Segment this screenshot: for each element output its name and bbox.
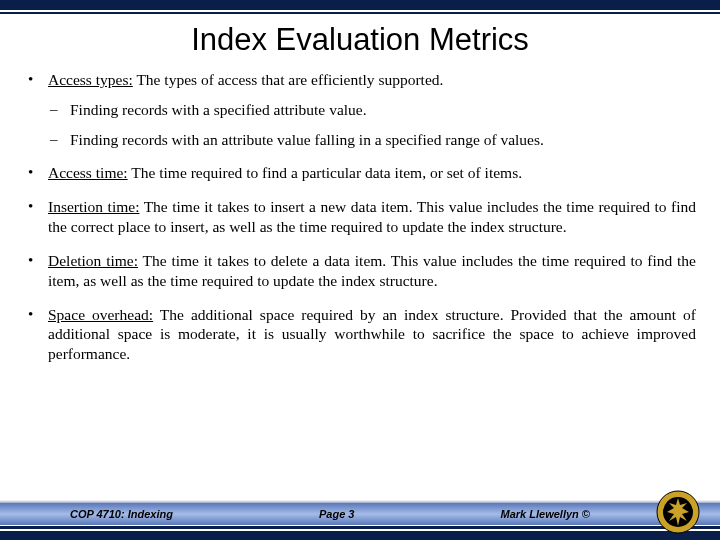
bullet-label: Space overhead: (48, 306, 153, 323)
top-stripe (0, 0, 720, 10)
bullet-space-overhead: Space overhead: The additional space req… (24, 305, 696, 364)
bullet-deletion-time: Deletion time: The time it takes to dele… (24, 251, 696, 291)
bottom-stripe (0, 531, 720, 540)
top-accent-line (0, 12, 720, 14)
bullet-text: The time it takes to delete a data item.… (48, 252, 696, 289)
bullet-text: The types of access that are efficiently… (133, 71, 444, 88)
bullet-label: Access types: (48, 71, 133, 88)
footer-course: COP 4710: Indexing (70, 508, 173, 520)
bullet-access-time: Access time: The time required to find a… (24, 163, 696, 183)
footer-bar: COP 4710: Indexing Page 3 Mark Llewellyn… (0, 503, 720, 525)
footer-author: Mark Llewellyn © (501, 508, 590, 520)
bullet-label: Insertion time: (48, 198, 139, 215)
bullet-label: Deletion time: (48, 252, 138, 269)
footer-page: Page 3 (319, 508, 354, 520)
slide: Index Evaluation Metrics Access types: T… (0, 0, 720, 540)
bullet-insertion-time: Insertion time: The time it takes to ins… (24, 197, 696, 237)
bullet-label: Access time: (48, 164, 128, 181)
bottom-accent-line (0, 526, 720, 529)
slide-title: Index Evaluation Metrics (0, 22, 720, 58)
bullet-list: Access types: The types of access that a… (24, 70, 696, 364)
bullet-text: The time required to find a particular d… (128, 164, 522, 181)
footer: COP 4710: Indexing Page 3 Mark Llewellyn… (0, 500, 720, 540)
sub-list: Finding records with a specified attribu… (48, 100, 696, 150)
bullet-access-types: Access types: The types of access that a… (24, 70, 696, 149)
sub-item: Finding records with an attribute value … (48, 130, 696, 150)
bullet-text: The time it takes to insert a new data i… (48, 198, 696, 235)
ucf-logo (656, 490, 700, 534)
sub-item: Finding records with a specified attribu… (48, 100, 696, 120)
content-area: Access types: The types of access that a… (0, 70, 720, 364)
